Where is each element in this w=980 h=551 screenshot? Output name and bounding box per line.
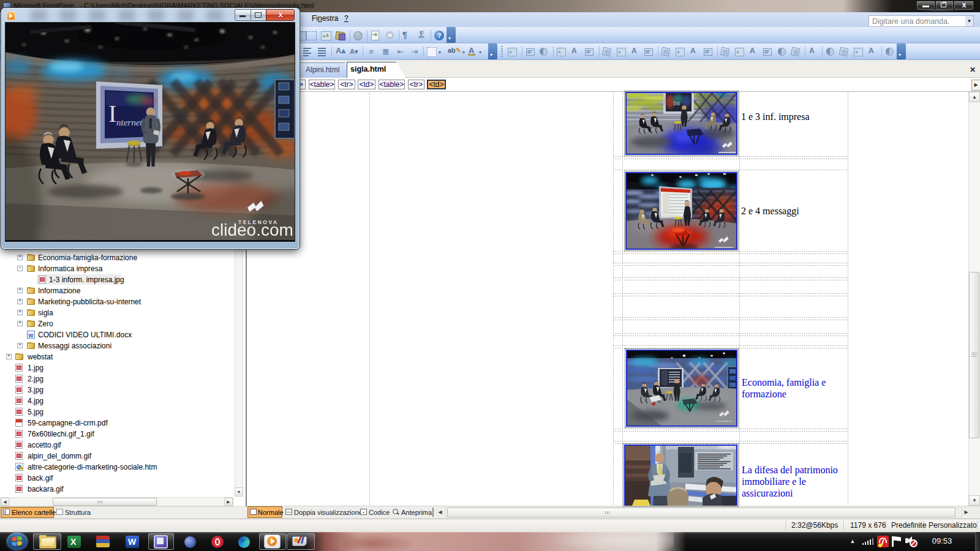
svg-text:Int: Int	[673, 100, 680, 107]
svg-text:clideo.com: clideo.com	[211, 220, 293, 239]
